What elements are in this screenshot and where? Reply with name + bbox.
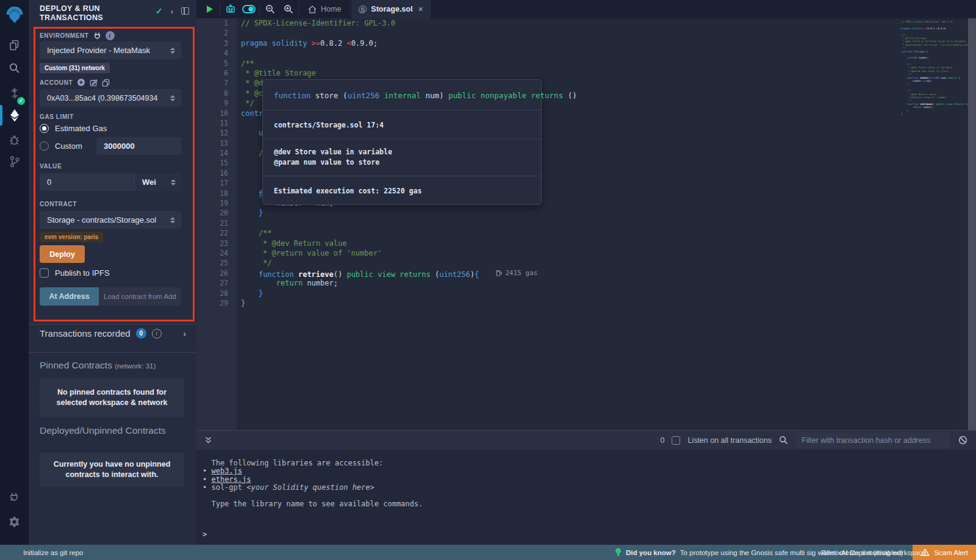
at-address-button[interactable]: At Address: [40, 287, 99, 306]
tooltip-doc-line: @dev Store value in variable: [274, 147, 530, 157]
radio-selected-icon[interactable]: [40, 124, 49, 133]
line-number: 7: [196, 78, 237, 88]
solidity-file-icon: S: [358, 5, 367, 13]
transaction-filter-input[interactable]: [795, 433, 951, 448]
line-number: 18: [196, 188, 237, 198]
deploy-run-icon[interactable]: [0, 105, 29, 126]
run-script-button[interactable]: [200, 0, 218, 18]
code-line[interactable]: */: [237, 258, 903, 268]
terminal-output[interactable]: The following libraries are accessible:•…: [196, 450, 976, 545]
deploy-run-panel: DEPLOY & RUN TRANSACTIONS ✓ › ENVIRONMEN…: [29, 0, 196, 545]
terminal-line: The following libraries are accessible:: [203, 459, 976, 467]
code-line: }: [901, 112, 966, 115]
terminal-link[interactable]: ethers.js: [211, 475, 251, 484]
code-line[interactable]: [237, 48, 903, 58]
environment-select[interactable]: Injected Provider - MetaMask: [40, 41, 181, 59]
listen-all-checkbox[interactable]: [672, 436, 680, 445]
contract-select[interactable]: Storage - contracts/Storage.sol: [40, 211, 181, 229]
deploy-button[interactable]: Deploy: [40, 245, 85, 263]
line-number: 14: [196, 148, 237, 158]
line-number: 8: [196, 88, 237, 98]
code-line[interactable]: [237, 28, 903, 38]
line-number: 27: [196, 278, 237, 288]
at-address-input[interactable]: [99, 287, 181, 306]
tooltip-docs: @dev Store value in variable@param num v…: [263, 138, 541, 176]
plugin-manager-icon[interactable]: [0, 487, 29, 508]
code-line[interactable]: function retrieve() public view returns …: [237, 268, 903, 278]
line-number: 16: [196, 168, 237, 178]
line-number: 5: [196, 59, 237, 68]
code-line[interactable]: * @title Storage: [237, 68, 903, 78]
git-icon[interactable]: [0, 151, 29, 172]
publish-to-ipfs-option[interactable]: Publish to IPFS: [40, 268, 110, 278]
code-line[interactable]: // SPDX-License-Identifier: GPL-3.0: [237, 18, 903, 28]
code-line[interactable]: [237, 218, 903, 228]
code-line[interactable]: /**: [237, 228, 903, 238]
editor-area: Home S Storage.sol × 1234567891011121314…: [196, 0, 976, 545]
close-tab-icon[interactable]: ×: [418, 4, 423, 14]
tooltip-location: contracts/Storage.sol 17:4: [274, 121, 384, 129]
code-line[interactable]: }: [237, 208, 903, 218]
code-line[interactable]: }: [237, 289, 903, 298]
value-unit-select[interactable]: Wei: [134, 173, 181, 191]
divider: [29, 324, 196, 325]
debugger-icon[interactable]: [0, 129, 29, 150]
evm-version-badge: evm version: paris: [40, 232, 103, 242]
code-line[interactable]: pragma solidity >=0.8.2 <0.9.0;: [237, 38, 903, 48]
terminal-prompt[interactable]: >: [203, 530, 207, 539]
file-explorer-icon[interactable]: [0, 34, 29, 55]
ai-copilot-icon[interactable]: [221, 0, 240, 18]
tab-home[interactable]: Home: [301, 0, 348, 18]
line-number: 29: [196, 298, 237, 308]
pinned-empty-message: No pinned contracts found for selected w…: [40, 378, 184, 417]
minimap[interactable]: // SPDX-License-Identifier: GPL-3.0 prag…: [901, 20, 966, 115]
sign-message-icon[interactable]: [90, 79, 98, 87]
add-account-icon[interactable]: [77, 78, 85, 87]
line-number: 9: [196, 98, 237, 108]
code-line: * @custom:dev-run-script ./scripts/deplo…: [901, 43, 966, 46]
zoom-in-icon[interactable]: [279, 0, 298, 18]
line-number: 22: [196, 228, 237, 238]
line-number: 19: [196, 198, 237, 208]
transactions-info-icon[interactable]: i: [152, 329, 162, 339]
account-select[interactable]: 0xA03...85ac4 (0.398673504934: [40, 89, 181, 107]
editor-scrollbar[interactable]: [968, 18, 976, 430]
tooltip-doc-line: @param num value to store: [274, 157, 530, 168]
terminal-line: [203, 492, 976, 500]
terminal-link[interactable]: web3.js: [211, 467, 242, 475]
panel-pin-icon[interactable]: [181, 7, 189, 15]
solidity-compiler-icon[interactable]: ✓: [0, 83, 29, 104]
line-number: 13: [196, 138, 237, 148]
code-editor[interactable]: 1234567891011121314151617181920212223242…: [196, 18, 976, 430]
code-line[interactable]: * @dev Return value: [237, 239, 903, 248]
radio-unselected-icon[interactable]: [40, 142, 49, 151]
value-label: VALUE: [40, 163, 62, 170]
checkbox-icon[interactable]: [40, 268, 49, 278]
custom-gas-input[interactable]: [96, 137, 181, 155]
collapse-terminal-icon[interactable]: [199, 436, 217, 444]
copilot-toggle-icon[interactable]: [240, 0, 258, 18]
settings-gear-icon[interactable]: [0, 511, 29, 532]
terminal-line: • ethers.js: [203, 476, 976, 484]
code-line[interactable]: /**: [237, 59, 903, 68]
chevron-right-icon[interactable]: ›: [183, 329, 186, 339]
custom-gas-option[interactable]: Custom: [40, 142, 82, 151]
transactions-recorded-row[interactable]: Transactions recorded 0 i ›: [40, 328, 186, 339]
copy-account-icon[interactable]: [102, 79, 110, 87]
tab-storage-sol[interactable]: S Storage.sol ×: [351, 0, 430, 18]
value-input[interactable]: [40, 173, 134, 191]
code-line[interactable]: * @return value of 'number': [237, 248, 903, 258]
function-hover-tooltip: function store (uint256 internal num) pu…: [262, 79, 542, 205]
git-init-status[interactable]: Initialize as git repo: [23, 549, 83, 556]
select-arrows-icon: [170, 217, 175, 223]
estimated-gas-option[interactable]: Estimated Gas: [40, 124, 107, 133]
code-line[interactable]: return number;: [237, 278, 903, 288]
zoom-out-icon[interactable]: [261, 0, 279, 18]
search-icon[interactable]: [0, 57, 29, 78]
line-number: 21: [196, 218, 237, 228]
remix-logo-icon[interactable]: [0, 5, 29, 27]
code-line[interactable]: }: [237, 298, 903, 308]
environment-info-icon[interactable]: i: [106, 31, 115, 40]
panel-expand-icon[interactable]: ›: [171, 7, 173, 16]
clear-console-icon[interactable]: [958, 436, 967, 445]
